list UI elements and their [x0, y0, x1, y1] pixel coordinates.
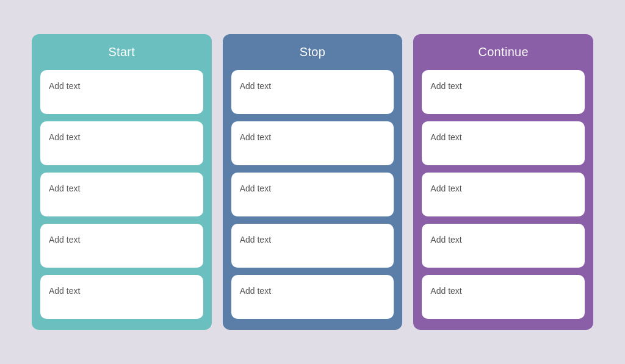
card-start-0[interactable]: Add text — [40, 70, 203, 114]
card-continue-1[interactable]: Add text — [422, 121, 585, 165]
card-text-continue-0: Add text — [430, 81, 461, 91]
card-text-start-2: Add text — [49, 184, 80, 193]
card-text-start-1: Add text — [49, 132, 80, 142]
card-continue-4[interactable]: Add text — [422, 275, 585, 319]
card-stop-2[interactable]: Add text — [231, 173, 394, 216]
cards-container-continue: Add textAdd textAdd textAdd textAdd text — [413, 70, 593, 319]
card-text-start-0: Add text — [49, 81, 80, 91]
card-stop-3[interactable]: Add text — [231, 224, 394, 268]
card-text-continue-3: Add text — [430, 235, 461, 244]
card-continue-0[interactable]: Add text — [422, 70, 585, 114]
card-text-stop-0: Add text — [240, 81, 271, 91]
board: StartAdd textAdd textAdd textAdd textAdd… — [13, 16, 612, 348]
card-start-2[interactable]: Add text — [40, 173, 203, 216]
card-text-start-4: Add text — [49, 286, 80, 296]
card-continue-2[interactable]: Add text — [422, 173, 585, 216]
column-continue: ContinueAdd textAdd textAdd textAdd text… — [413, 34, 593, 330]
card-start-4[interactable]: Add text — [40, 275, 203, 319]
column-header-start: Start — [32, 34, 212, 70]
card-text-continue-1: Add text — [430, 132, 461, 142]
card-text-stop-4: Add text — [240, 286, 271, 296]
card-text-stop-3: Add text — [240, 235, 271, 244]
card-stop-4[interactable]: Add text — [231, 275, 394, 319]
cards-container-stop: Add textAdd textAdd textAdd textAdd text — [223, 70, 403, 319]
column-stop: StopAdd textAdd textAdd textAdd textAdd … — [223, 34, 403, 330]
card-text-stop-1: Add text — [240, 132, 271, 142]
cards-container-start: Add textAdd textAdd textAdd textAdd text — [32, 70, 212, 319]
card-continue-3[interactable]: Add text — [422, 224, 585, 268]
card-text-stop-2: Add text — [240, 184, 271, 193]
card-stop-0[interactable]: Add text — [231, 70, 394, 114]
card-text-continue-4: Add text — [430, 286, 461, 296]
column-header-stop: Stop — [223, 34, 403, 70]
column-header-continue: Continue — [413, 34, 593, 70]
card-start-1[interactable]: Add text — [40, 121, 203, 165]
card-text-start-3: Add text — [49, 235, 80, 244]
card-start-3[interactable]: Add text — [40, 224, 203, 268]
column-start: StartAdd textAdd textAdd textAdd textAdd… — [32, 34, 212, 330]
card-text-continue-2: Add text — [430, 184, 461, 193]
card-stop-1[interactable]: Add text — [231, 121, 394, 165]
